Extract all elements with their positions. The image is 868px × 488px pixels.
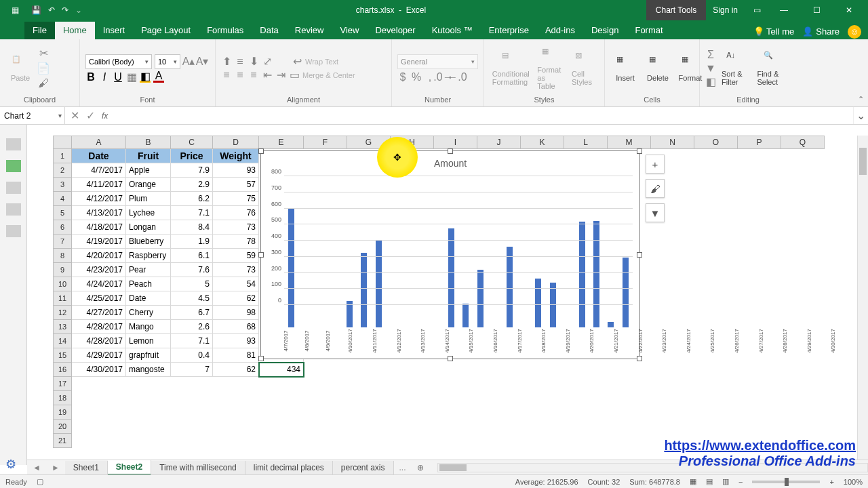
tab-developer[interactable]: Developer	[367, 22, 423, 39]
expand-formula-icon[interactable]: ⌄	[853, 107, 868, 124]
cell[interactable]: 4/7/2017	[72, 163, 126, 178]
cell[interactable]: 75	[213, 192, 259, 206]
row-header-6[interactable]: 6	[53, 220, 72, 235]
font-size-select[interactable]: 10▾	[155, 54, 180, 69]
cell[interactable]: 2.6	[171, 320, 213, 334]
chart-title[interactable]: Amount	[265, 155, 635, 169]
tab-formulas[interactable]: Formulas	[199, 22, 252, 39]
cell[interactable]: Weight	[213, 149, 259, 163]
tab-review[interactable]: Review	[287, 22, 332, 39]
cell[interactable]: Fruit	[126, 149, 171, 163]
cell[interactable]: 81	[213, 348, 259, 363]
cell[interactable]: 7.1	[171, 206, 213, 220]
fx-icon[interactable]: fx	[102, 111, 108, 121]
cell[interactable]: Plum	[126, 192, 171, 206]
view-page-icon[interactable]: ▤	[706, 477, 713, 486]
cell[interactable]: 4.5	[171, 291, 213, 306]
col-header-A[interactable]: A	[72, 136, 126, 149]
view-break-icon[interactable]: ▥	[722, 477, 729, 486]
currency-icon[interactable]: $	[397, 72, 408, 83]
cell[interactable]: 62	[213, 363, 259, 377]
border-icon[interactable]: ▦	[126, 72, 137, 83]
close-button[interactable]: ✕	[834, 0, 864, 20]
row-header-20[interactable]: 20	[53, 420, 72, 434]
cell[interactable]: 62	[213, 291, 259, 306]
zoom-slider[interactable]	[752, 481, 820, 483]
merge-icon[interactable]: ▭	[289, 70, 300, 81]
sheet-tab-sheet1[interactable]: Sheet1	[65, 461, 108, 474]
cell[interactable]: Lychee	[126, 206, 171, 220]
underline-icon[interactable]: U	[113, 72, 123, 83]
percent-icon[interactable]: %	[411, 72, 422, 83]
copy-icon[interactable]: 📄	[38, 63, 49, 74]
row-header-9[interactable]: 9	[53, 263, 72, 277]
fill-color-icon[interactable]: ◧	[140, 72, 151, 83]
row-header-12[interactable]: 12	[53, 306, 72, 320]
cell[interactable]: 6.2	[171, 192, 213, 206]
cell[interactable]: 78	[213, 235, 259, 249]
cell[interactable]: 4/11/2017	[72, 178, 126, 192]
paste-button[interactable]: 📋Paste	[5, 54, 35, 83]
tab-addins[interactable]: Add-ins	[537, 22, 583, 39]
wrap-text-button[interactable]: Wrap Text	[305, 58, 338, 66]
row-header-7[interactable]: 7	[53, 235, 72, 249]
cell[interactable]: 1.9	[171, 235, 213, 249]
name-box[interactable]: Chart 2▾	[0, 107, 65, 124]
clear-icon[interactable]: ◧	[705, 77, 716, 87]
cell[interactable]: 6.7	[171, 306, 213, 320]
cell[interactable]: Peach	[126, 277, 171, 291]
cell[interactable]: 4/24/2017	[72, 277, 126, 291]
tab-enterprise[interactable]: Enterprise	[481, 22, 537, 39]
embedded-chart[interactable]: Amount 0100200300400500600700800 4/7/201…	[260, 150, 640, 359]
cell-styles-button[interactable]: ▧Cell Styles	[569, 49, 599, 87]
row-header-1[interactable]: 1	[53, 149, 72, 163]
row-header-8[interactable]: 8	[53, 249, 72, 263]
cell[interactable]: 68	[213, 320, 259, 334]
orientation-icon[interactable]: ⤢	[262, 56, 273, 67]
cell[interactable]: 93	[213, 163, 259, 178]
row-header-19[interactable]: 19	[53, 405, 72, 420]
cell[interactable]: 2.9	[171, 178, 213, 192]
row-header-18[interactable]: 18	[53, 391, 72, 405]
cell[interactable]: 4/20/2017	[72, 249, 126, 263]
collapse-ribbon-icon[interactable]: ⌃	[858, 95, 864, 104]
cell[interactable]: Orange	[126, 178, 171, 192]
cell[interactable]: Pear	[126, 263, 171, 277]
enter-formula-icon[interactable]: ✓	[86, 109, 95, 122]
row-header-14[interactable]: 14	[53, 334, 72, 348]
cell[interactable]: 4/29/2017	[72, 348, 126, 363]
bold-icon[interactable]: B	[85, 72, 96, 83]
row-header-17[interactable]: 17	[53, 377, 72, 391]
cell[interactable]: 98	[213, 306, 259, 320]
row-header-21[interactable]: 21	[53, 434, 72, 448]
cell[interactable]: 4/28/2017	[72, 334, 126, 348]
col-header-O[interactable]: O	[694, 136, 738, 149]
tab-home[interactable]: Home	[55, 22, 95, 39]
sort-filter-button[interactable]: A↓Sort & Filter	[719, 49, 751, 87]
cell[interactable]: Lemon	[126, 334, 171, 348]
maximize-button[interactable]: ☐	[802, 0, 831, 20]
conditional-formatting-button[interactable]: ▤Conditional Formatting	[490, 49, 532, 87]
wrap-text-icon[interactable]: ↩	[292, 56, 302, 67]
row-header-15[interactable]: 15	[53, 348, 72, 363]
save-icon[interactable]: 💾	[31, 5, 41, 15]
cell[interactable]: 4/13/2017	[72, 206, 126, 220]
shrink-font-icon[interactable]: A▾	[197, 56, 208, 67]
autosum-icon[interactable]: Σ	[705, 49, 716, 60]
col-header-F[interactable]: F	[304, 136, 347, 149]
zoom-in-icon[interactable]: +	[829, 478, 833, 486]
cell[interactable]: 5	[171, 277, 213, 291]
cancel-formula-icon[interactable]: ✕	[71, 109, 79, 122]
select-all-triangle[interactable]	[53, 136, 72, 149]
col-header-Q[interactable]: Q	[781, 136, 825, 149]
row-header-2[interactable]: 2	[53, 163, 72, 178]
tab-insert[interactable]: Insert	[95, 22, 134, 39]
redo-icon[interactable]: ↷	[62, 5, 68, 15]
italic-icon[interactable]: I	[99, 72, 110, 83]
zoom-level[interactable]: 100%	[844, 478, 863, 486]
delete-cells-button[interactable]: ▦Delete	[643, 54, 673, 83]
cell[interactable]: Blueberry	[126, 235, 171, 249]
view-normal-icon[interactable]: ▦	[690, 477, 696, 486]
tell-me-search[interactable]: 💡 Tell me	[753, 26, 795, 37]
align-bottom-icon[interactable]: ⬇	[248, 56, 259, 67]
